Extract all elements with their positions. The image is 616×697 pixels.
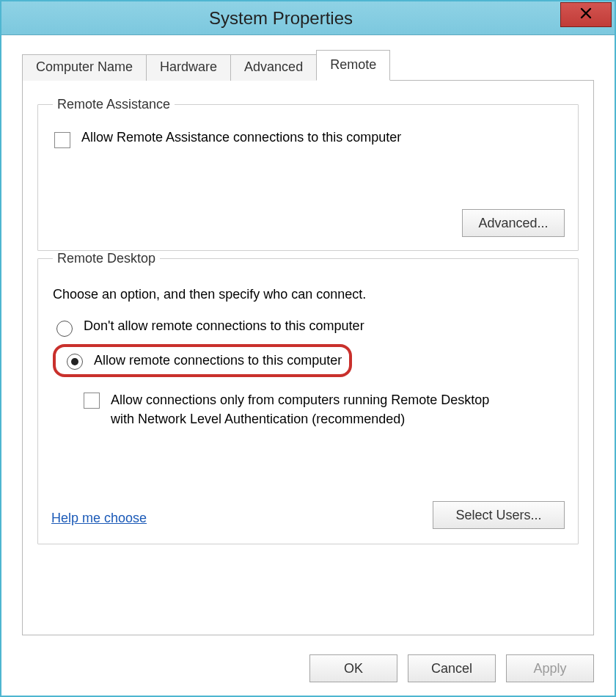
window-title: System Properties: [1, 8, 560, 29]
remote-assistance-advanced-button[interactable]: Advanced...: [462, 209, 565, 237]
tab-hardware[interactable]: Hardware: [146, 54, 231, 81]
cancel-button[interactable]: Cancel: [408, 654, 496, 682]
help-me-choose-link[interactable]: Help me choose: [51, 511, 147, 526]
radio-allow-remote-label: Allow remote connections to this compute…: [94, 353, 342, 368]
tabstrip: Computer Name Hardware Advanced Remote: [22, 50, 594, 81]
tab-remote-panel: Remote Assistance Allow Remote Assistanc…: [22, 81, 594, 635]
system-properties-window: System Properties Computer Name Hardware…: [0, 0, 616, 697]
dialog-button-row: OK Cancel Apply: [309, 654, 594, 682]
close-button[interactable]: [560, 2, 612, 27]
remote-desktop-legend: Remote Desktop: [53, 251, 160, 266]
ok-button[interactable]: OK: [309, 654, 397, 682]
apply-button[interactable]: Apply: [506, 654, 594, 682]
remote-desktop-group: Remote Desktop Choose an option, and the…: [37, 251, 579, 544]
client-area: Computer Name Hardware Advanced Remote R…: [1, 35, 615, 635]
tab-computer-name[interactable]: Computer Name: [22, 54, 147, 81]
nla-label: Allow connections only from computers ru…: [111, 390, 507, 428]
tab-remote[interactable]: Remote: [316, 50, 390, 81]
remote-desktop-instruction: Choose an option, and then specify who c…: [53, 287, 563, 302]
tab-advanced[interactable]: Advanced: [230, 54, 317, 81]
allow-remote-assistance-checkbox[interactable]: [54, 132, 70, 148]
titlebar: System Properties: [1, 1, 615, 35]
remote-assistance-group: Remote Assistance Allow Remote Assistanc…: [37, 97, 579, 251]
highlight-annotation: Allow remote connections to this compute…: [53, 344, 352, 377]
radio-allow-remote[interactable]: [67, 354, 83, 370]
select-users-button[interactable]: Select Users...: [433, 501, 565, 529]
close-icon: [580, 6, 592, 23]
radio-disallow-remote-label: Don't allow remote connections to this c…: [84, 318, 364, 334]
remote-assistance-legend: Remote Assistance: [53, 97, 175, 112]
allow-remote-assistance-label: Allow Remote Assistance connections to t…: [81, 130, 401, 145]
radio-disallow-remote[interactable]: [56, 321, 73, 337]
nla-checkbox[interactable]: [84, 393, 100, 409]
